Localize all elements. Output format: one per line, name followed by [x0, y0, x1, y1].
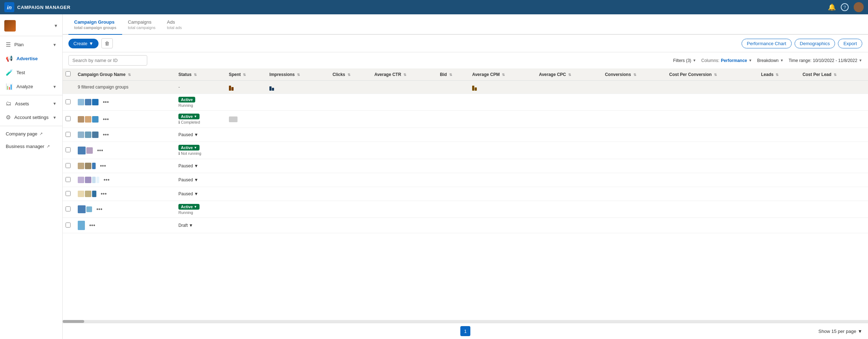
row4-info-icon: ℹ — [178, 151, 180, 156]
row4-more-button[interactable]: ••• — [96, 147, 105, 154]
scrollbar-thumb[interactable] — [63, 320, 84, 323]
time-range-selector[interactable]: Time range: 10/10/2022 - 11/8/2022 ▼ — [788, 58, 862, 63]
row2-avg-cpm — [469, 111, 535, 128]
row4-spent — [225, 142, 266, 159]
delete-button[interactable]: 🗑 — [101, 38, 113, 48]
row4-clicks — [329, 142, 371, 159]
sort-conversions-icon[interactable]: ⇅ — [633, 73, 636, 77]
demographics-button[interactable]: Demographics — [795, 39, 835, 48]
row4-checkbox-cell — [63, 142, 74, 159]
row2-checkbox-cell — [63, 111, 74, 128]
export-button[interactable]: Export — [838, 39, 862, 48]
summary-cpm-bar — [472, 83, 532, 91]
row2-checkbox[interactable] — [66, 116, 71, 121]
help-icon[interactable]: ? — [841, 3, 849, 11]
sidebar-plan-label: Plan — [14, 42, 24, 47]
sidebar-item-account-settings[interactable]: ⚙ Account settings ▼ — [0, 110, 62, 124]
row6-checkbox-cell — [63, 173, 74, 187]
row2-more-button[interactable]: ••• — [101, 115, 110, 123]
summary-impressions-bar — [269, 83, 325, 91]
avatar[interactable] — [854, 2, 864, 12]
row6-thumb — [78, 177, 99, 183]
row9-more-button[interactable]: ••• — [88, 221, 97, 229]
sidebar-item-assets[interactable]: 🗂 Assets ▼ — [0, 97, 62, 110]
filters-button[interactable]: Filters (3) ▼ — [673, 58, 696, 63]
row1-checkbox[interactable] — [66, 99, 71, 104]
row4-avg-ctr — [371, 142, 436, 159]
row7-more-button[interactable]: ••• — [99, 190, 108, 198]
sidebar-item-analyze[interactable]: 📊 Analyze ▼ — [0, 80, 62, 94]
columns-selector[interactable]: Columns: Performance ▼ — [701, 58, 752, 63]
sidebar-item-plan[interactable]: ☰ Plan ▼ — [0, 38, 62, 52]
row5-checkbox[interactable] — [66, 163, 71, 168]
plan-icon: ☰ — [6, 41, 11, 48]
sort-impressions-icon[interactable]: ⇅ — [297, 73, 300, 77]
row9-checkbox[interactable] — [66, 223, 71, 228]
sort-status-icon[interactable]: ⇅ — [194, 73, 197, 77]
header-clicks: Clicks ⇅ — [329, 68, 371, 81]
row7-cost-per-lead — [799, 187, 868, 201]
sort-avg-cpm-icon[interactable]: ⇅ — [502, 73, 505, 77]
row7-checkbox[interactable] — [66, 191, 71, 196]
sort-avg-ctr-icon[interactable]: ⇅ — [403, 73, 406, 77]
row1-avg-ctr — [371, 94, 436, 111]
sort-leads-icon[interactable]: ⇅ — [776, 73, 778, 77]
sidebar-business-manager[interactable]: Business manager ↗ — [0, 140, 62, 153]
row5-cost-per-lead — [799, 159, 868, 173]
row5-leads — [757, 159, 799, 173]
row6-impressions — [266, 173, 329, 187]
tab-campaign-groups[interactable]: Campaign Groups total campaign groups — [68, 14, 122, 35]
sort-clicks-icon[interactable]: ⇅ — [347, 73, 350, 77]
analyze-chevron-icon: ▼ — [53, 85, 57, 89]
table-row: ••• Paused ▼ — [63, 159, 868, 173]
sort-bid-icon[interactable]: ⇅ — [449, 73, 452, 77]
sort-avg-cpc-icon[interactable]: ⇅ — [568, 73, 571, 77]
create-button[interactable]: Create ▼ — [68, 39, 99, 48]
row6-checkbox[interactable] — [66, 177, 71, 182]
row3-checkbox[interactable] — [66, 132, 71, 137]
horizontal-scrollbar[interactable] — [63, 320, 868, 323]
row1-leads — [757, 94, 799, 111]
sort-spent-icon[interactable]: ⇅ — [243, 73, 246, 77]
sidebar-item-advertise[interactable]: 📢 Advertise — [0, 52, 62, 66]
tab-ads-sub: total ads — [167, 25, 182, 30]
sidebar-company-page[interactable]: Company page ↗ — [0, 128, 62, 140]
sidebar-account[interactable]: ▼ — [0, 17, 62, 34]
linkedin-logo[interactable]: in — [4, 2, 14, 12]
show-per-page-selector[interactable]: Show 15 per page ▼ — [819, 329, 862, 334]
performance-chart-button[interactable]: Performance Chart — [742, 39, 792, 48]
select-all-checkbox[interactable] — [66, 71, 71, 76]
row6-status-text: Paused ▼ — [178, 177, 222, 182]
row1-more-button[interactable]: ••• — [101, 98, 110, 106]
search-input[interactable] — [68, 55, 147, 66]
company-page-label: Company page — [6, 131, 37, 137]
tab-campaigns[interactable]: Campaigns total campaigns — [122, 14, 161, 35]
row8-more-button[interactable]: ••• — [95, 205, 104, 213]
row3-more-button[interactable]: ••• — [101, 131, 110, 139]
sort-cpc-icon[interactable]: ⇅ — [714, 73, 717, 77]
row4-checkbox[interactable] — [66, 147, 71, 152]
tab-ads[interactable]: Ads total ads — [161, 14, 188, 35]
sort-name-icon[interactable]: ⇅ — [128, 73, 131, 77]
row6-more-button[interactable]: ••• — [102, 176, 111, 184]
time-range-label: Time range: — [788, 58, 811, 63]
table-row: ••• Draft ▼ — [63, 218, 868, 233]
row1-cost-per-lead — [799, 94, 868, 111]
sidebar-item-test[interactable]: 🧪 Test — [0, 66, 62, 80]
sort-cost-per-lead-icon[interactable]: ⇅ — [834, 73, 836, 77]
row8-checkbox[interactable] — [66, 206, 71, 211]
page-1-button[interactable]: 1 — [460, 326, 470, 336]
columns-arrow-icon: ▼ — [749, 58, 752, 62]
pagination-pages: 1 — [333, 326, 598, 336]
sidebar-item-analyze-left: 📊 Analyze — [6, 83, 33, 90]
analyze-icon: 📊 — [6, 83, 13, 90]
filters-arrow-icon: ▼ — [693, 58, 696, 62]
bell-icon[interactable]: 🔔 — [828, 3, 836, 11]
sidebar-advertise-label: Advertise — [16, 56, 38, 61]
breakdown-selector[interactable]: Breakdown ▼ — [757, 58, 783, 63]
row7-clicks — [329, 187, 371, 201]
summary-label: 9 filtered campaign groups — [74, 81, 175, 94]
row5-more-button[interactable]: ••• — [99, 162, 107, 170]
header-row: Campaign Group Name ⇅ Status ⇅ Spent ⇅ — [63, 68, 868, 81]
row9-leads — [757, 218, 799, 233]
